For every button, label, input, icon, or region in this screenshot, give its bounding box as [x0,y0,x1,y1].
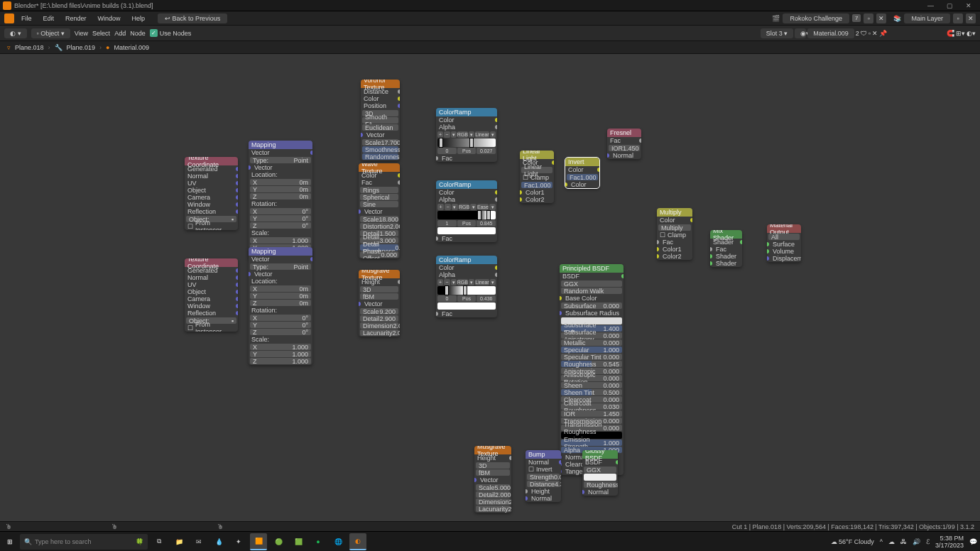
node-mix-linear-light[interactable]: Linear Light Color Linear Light ☐Clamp F… [520,151,554,203]
breadcrumb-material[interactable]: Material.009 [114,44,150,51]
mouse-icon-3: 🖱 [217,523,224,530]
blender-taskbar-icon[interactable]: ◐ [349,533,366,550]
weather-widget[interactable]: ☁ 56°F Cloudy [831,538,874,545]
node-editor-canvas[interactable]: Texture Coordinate Generated Normal UV O… [0,54,980,521]
delete-layer-button[interactable]: ✕ [966,13,976,23]
menu-bar: File Edit Render Window Help ↩ Back to P… [0,11,980,26]
header-select[interactable]: Select [92,30,110,37]
breadcrumb: ▿ Plane.018 › 🔧 Plane.019 › ● Material.0… [0,41,980,54]
node-links [0,54,213,160]
back-to-previous-button[interactable]: ↩ Back to Previous [158,13,227,23]
node-colorramp-3[interactable]: ColorRamp Color Alpha +−▾RGB▾Linear▾ 0Po… [436,256,497,317]
node-mix-multiply[interactable]: Multiply Color Multiply ☐Clamp Fac Color… [657,208,692,260]
scene-stats: Cut 1 | Plane.018 | Verts:209,564 | Face… [732,523,974,530]
title-bar: Blender* [E:\.blend files\Anime builds (… [0,0,980,11]
minimize-button[interactable]: — [927,2,934,9]
node-colorramp-2[interactable]: ColorRamp Color Alpha +−▾RGB▾Ease▾ 1Pos0… [436,180,497,242]
mode-dropdown[interactable]: ▫ Object ▾ [31,28,70,38]
use-nodes-checkbox[interactable]: ✓Use Nodes [150,29,192,37]
windows-taskbar: ⊞ 🔍 Type here to search 🍀 ⧉ 📁 ✉ 💧 ✦ 🟧 🟢 … [0,531,980,551]
mouse-icon: 🖱 [6,523,12,530]
mouse-icon-2: 🖱 [111,523,118,530]
header-add[interactable]: Add [114,30,126,37]
file-explorer-icon[interactable]: 📁 [170,533,187,550]
breadcrumb-object-a[interactable]: Plane.018 [15,44,44,51]
node-editor-header: ◐ ▾ ▫ Object ▾ View Select Add Node ✓Use… [0,26,980,41]
app-icon-2[interactable]: ✦ [230,533,247,550]
header-node[interactable]: Node [130,30,146,37]
slot-dropdown[interactable]: Slot 3 ▾ [761,28,794,38]
material-icon: ● [106,44,109,51]
menu-help[interactable]: Help [128,13,150,23]
node-texture-coordinate-1[interactable]: Texture Coordinate Generated Normal UV O… [185,157,238,230]
onedrive-icon[interactable]: ☁ [888,538,895,545]
unlink-material-button[interactable]: ✕ [872,30,878,37]
fake-user-button[interactable]: 🛡 [861,30,867,37]
blender-icon[interactable] [4,13,14,23]
menu-file[interactable]: File [17,13,36,23]
tray-chevron-icon[interactable]: ^ [880,538,883,545]
node-texture-coordinate-2[interactable]: Texture Coordinate Generated Normal UV O… [185,258,238,332]
header-view[interactable]: View [75,30,88,37]
node-fresnel[interactable]: Fresnel Fac IOR1.450 Normal [607,129,641,159]
snap-button[interactable]: 🧲 [947,30,954,37]
node-musgrave-texture-2[interactable]: Musgrave Texture Height 3D fBM Vector Sc… [474,446,511,513]
node-principled-bsdf[interactable]: Principled BSDF BSDF GGX Random Walk Bas… [560,264,624,475]
window-buttons: — ▢ ✕ [927,2,977,9]
delete-scene-button[interactable]: ✕ [876,13,886,23]
start-button[interactable]: ⊞ [3,535,17,549]
node-invert[interactable]: Invert Color Fac1.000 Color [565,158,599,188]
node-voronoi-texture[interactable]: Voronoi Texture Distance Color Position … [361,80,400,160]
material-browse-button[interactable]: ◉▾ [795,28,806,38]
modifier-icon: 🔧 [55,44,62,51]
taskbar-search[interactable]: 🔍 Type here to search 🍀 [20,534,148,550]
new-layer-button[interactable]: ▫ [953,13,963,23]
search-icon: 🔍 [24,538,32,545]
volume-icon[interactable]: 🔊 [913,538,920,545]
material-name-field[interactable]: Material.009 [807,28,854,38]
language-icon[interactable]: ℰ [926,538,930,545]
network-icon[interactable]: 🖧 [900,538,907,545]
scene-selector[interactable]: Rokoko Challenge [783,13,849,23]
node-mapping-2[interactable]: Mapping Vector Type:Point Vector Locatio… [249,247,312,365]
node-colorramp-1[interactable]: ColorRamp Color Alpha +−▾RGB▾Linear▾ 0Po… [436,108,497,162]
layer-icon: 📚 [893,15,901,22]
close-button[interactable]: ✕ [966,2,971,9]
menu-render[interactable]: Render [61,13,91,23]
node-mix-shader[interactable]: Mix Shader Shader Fac Shader Shader [710,230,742,267]
task-view-button[interactable]: ⧉ [151,533,168,550]
editor-type-dropdown[interactable]: ◐ ▾ [4,28,27,38]
app-icon-5[interactable]: 🟩 [290,533,307,550]
blender-logo-icon [3,1,11,10]
maximize-button[interactable]: ▢ [947,2,953,9]
app-icon-3[interactable]: 🟧 [250,533,267,550]
new-material-button[interactable]: ▫ [869,30,871,37]
spotify-icon[interactable]: ● [310,533,327,550]
object-icon: ▿ [7,44,11,51]
material-users-badge: 2 [856,30,859,37]
node-musgrave-texture-1[interactable]: Musgrave Texture Height 3D fBM Vector Sc… [359,270,400,337]
scene-users-badge: 7 [852,14,861,22]
new-scene-button[interactable]: ▫ [864,13,873,23]
status-bar: 🖱 🖱 🖱 Cut 1 | Plane.018 | Verts:209,564 … [0,521,980,531]
app-icon-1[interactable]: 💧 [210,533,227,550]
menu-window[interactable]: Window [94,13,125,23]
viewlayer-selector[interactable]: Main Layer [904,13,950,23]
node-wave-texture[interactable]: Wave Texture Color Fac Rings Spherical S… [359,163,400,258]
node-material-output[interactable]: Material Output All Surface Volume Displ… [767,224,801,262]
scene-icon: 🎬 [772,15,780,22]
taskbar-clock[interactable]: 5:38 PM 3/17/2023 [935,535,964,549]
pin-button[interactable]: 📌 [879,30,887,37]
node-mapping-1[interactable]: Mapping Vector Type:Point Vector Locatio… [249,141,312,258]
shading-button[interactable]: ◐▾ [967,30,976,37]
overlay-button[interactable]: ⊞▾ [956,30,965,37]
window-title: Blender* [E:\.blend files\Anime builds (… [14,2,153,9]
breadcrumb-object-b[interactable]: Plane.019 [67,44,96,51]
notification-icon[interactable]: 💬 [969,538,977,545]
mail-icon[interactable]: ✉ [190,533,207,550]
node-bump[interactable]: Bump Normal ☐Invert Strength0.055 Distan… [526,450,561,502]
browser-icon[interactable]: 🌐 [330,533,347,550]
menu-edit[interactable]: Edit [39,13,59,23]
app-icon-4[interactable]: 🟢 [270,533,287,550]
node-glossy-bsdf[interactable]: Glossy BSDF BSDF GGX Roughness0.000 Norm… [582,450,618,496]
